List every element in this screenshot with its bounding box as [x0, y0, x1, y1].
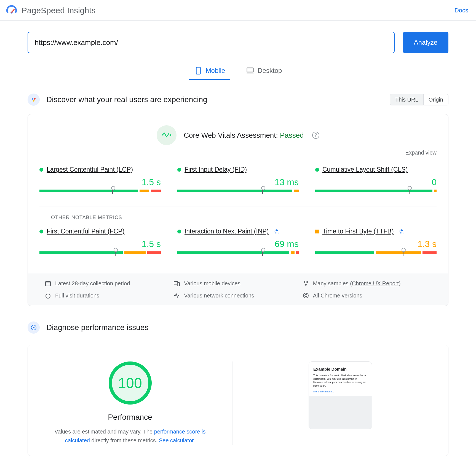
- performance-label: Performance: [108, 413, 152, 422]
- status-square-icon: [315, 230, 319, 233]
- metric-value: 1.5 s: [39, 177, 161, 187]
- meta-durations-text: Full visit durations: [55, 292, 99, 299]
- cwv-header: Core Web Vitals Assessment: Passed ?: [28, 125, 448, 145]
- url-input[interactable]: [28, 32, 395, 53]
- status-dot-icon: [39, 230, 43, 233]
- calendar-icon: [45, 280, 51, 287]
- status-dot-icon: [177, 230, 181, 233]
- app-header: PageSpeed Insights Docs: [0, 0, 476, 21]
- tab-desktop-label: Desktop: [258, 67, 282, 75]
- expand-view-link[interactable]: Expand view: [28, 145, 448, 156]
- field-section-header: Discover what your real users are experi…: [0, 80, 476, 108]
- device-tabs: Mobile Desktop: [0, 62, 476, 80]
- tab-mobile-label: Mobile: [206, 67, 225, 75]
- svg-point-8: [33, 100, 34, 102]
- psi-logo-icon: [6, 4, 18, 17]
- timer-icon: [45, 292, 51, 299]
- meta-samples-text: Many samples (Chrome UX Report): [313, 280, 401, 287]
- other-metrics: First Contentful Paint (FCP) 1.5 s Inter…: [28, 220, 448, 265]
- tab-mobile[interactable]: Mobile: [189, 62, 230, 80]
- svg-line-1: [12, 9, 14, 12]
- meta-versions-text: All Chrome versions: [313, 292, 362, 299]
- percentile-marker: [403, 250, 403, 256]
- users-badge-icon: [28, 94, 40, 106]
- metric: First Input Delay (FID) 13 ms: [177, 164, 299, 198]
- svg-point-17: [306, 281, 308, 283]
- metric-name[interactable]: First Input Delay (FID): [184, 166, 247, 173]
- diagnose-title: Diagnose performance issues: [46, 323, 148, 332]
- performance-gauge-block: 100 Performance Values are estimated and…: [39, 361, 232, 445]
- page-preview: Example Domain This domain is for use in…: [309, 361, 372, 429]
- performance-desc: Values are estimated and may vary. The p…: [47, 427, 213, 445]
- metric: Largest Contentful Paint (LCP) 1.5 s: [39, 164, 161, 198]
- performance-gauge: 100: [109, 361, 152, 405]
- distribution-bar: [39, 190, 161, 192]
- svg-point-9: [170, 134, 171, 136]
- mobile-icon: [194, 67, 202, 75]
- cwv-label-text: Core Web Vitals Assessment:: [184, 131, 280, 139]
- cwv-pass-icon: [157, 125, 177, 145]
- metric: Cumulative Layout Shift (CLS) 0: [315, 164, 437, 198]
- meta-network: Various network connections: [173, 292, 302, 299]
- devices-icon: [173, 280, 180, 287]
- tab-desktop[interactable]: Desktop: [241, 62, 287, 80]
- svg-rect-4: [247, 68, 253, 72]
- docs-link[interactable]: Docs: [454, 7, 468, 14]
- percentile-marker: [409, 188, 410, 194]
- metric-name[interactable]: Largest Contentful Paint (LCP): [47, 166, 133, 173]
- metric: First Contentful Paint (FCP) 1.5 s: [39, 226, 161, 260]
- primary-metrics: Largest Contentful Paint (LCP) 1.5 s Fir…: [28, 156, 448, 203]
- flask-icon: ⚗: [399, 228, 404, 235]
- preview-body: [309, 396, 372, 429]
- percentile-marker: [262, 250, 263, 256]
- network-icon: [173, 292, 180, 299]
- svg-point-23: [305, 294, 307, 297]
- cwv-status: Passed: [280, 131, 304, 139]
- analyze-button[interactable]: Analyze: [403, 32, 448, 53]
- metric: Interaction to Next Paint (INP) ⚗ 69 ms: [177, 226, 299, 260]
- metric-value: 0: [315, 177, 437, 187]
- metric-name[interactable]: Time to First Byte (TTFB): [322, 228, 394, 235]
- distribution-bar: [177, 190, 299, 192]
- samples-icon: [303, 280, 309, 287]
- help-icon[interactable]: ?: [312, 132, 319, 139]
- page-preview-wrap: Example Domain This domain is for use in…: [244, 361, 437, 445]
- distribution-bar: [39, 251, 161, 254]
- diagnose-badge-icon: [28, 321, 40, 334]
- meta-period-text: Latest 28-day collection period: [55, 280, 130, 287]
- metric-name[interactable]: Cumulative Layout Shift (CLS): [322, 166, 408, 173]
- see-calculator-link[interactable]: See calculator: [159, 437, 194, 443]
- svg-point-3: [198, 73, 199, 74]
- cwv-title: Core Web Vitals Assessment: Passed: [184, 131, 304, 140]
- status-dot-icon: [315, 168, 319, 172]
- svg-point-7: [34, 98, 36, 100]
- metric: Time to First Byte (TTFB) ⚗ 1.3 s: [315, 226, 437, 260]
- percentile-marker: [115, 250, 116, 256]
- metric-name[interactable]: Interaction to Next Paint (INP): [184, 228, 269, 235]
- metric-value: 1.3 s: [315, 239, 437, 249]
- toggle-origin[interactable]: Origin: [423, 94, 448, 105]
- field-meta: Latest 28-day collection period Various …: [28, 273, 448, 305]
- distribution-bar: [315, 251, 437, 254]
- chrome-icon: [303, 292, 309, 299]
- preview-title: Example Domain: [313, 367, 367, 371]
- svg-point-6: [32, 98, 33, 100]
- crux-link[interactable]: Chrome UX Report: [352, 280, 399, 286]
- diagnose-section-header: Diagnose performance issues: [0, 306, 476, 336]
- svg-point-18: [305, 284, 307, 286]
- flask-icon: ⚗: [274, 228, 279, 235]
- field-data-card: Core Web Vitals Assessment: Passed ? Exp…: [28, 114, 448, 306]
- status-dot-icon: [177, 168, 181, 172]
- diagnose-card: 100 Performance Values are estimated and…: [28, 345, 448, 456]
- app-title: PageSpeed Insights: [22, 6, 96, 15]
- preview-link[interactable]: More information...: [313, 390, 367, 393]
- meta-devices: Various mobile devices: [173, 280, 302, 287]
- field-section-title: Discover what your real users are experi…: [46, 95, 207, 104]
- percentile-marker: [112, 188, 113, 194]
- metric-name[interactable]: First Contentful Paint (FCP): [47, 228, 124, 235]
- other-metrics-heading: OTHER NOTABLE METRICS: [39, 206, 437, 220]
- url-row: Analyze: [0, 21, 476, 53]
- toggle-this-url[interactable]: This URL: [390, 94, 423, 105]
- metric-value: 13 ms: [177, 177, 299, 187]
- desktop-icon: [246, 67, 254, 75]
